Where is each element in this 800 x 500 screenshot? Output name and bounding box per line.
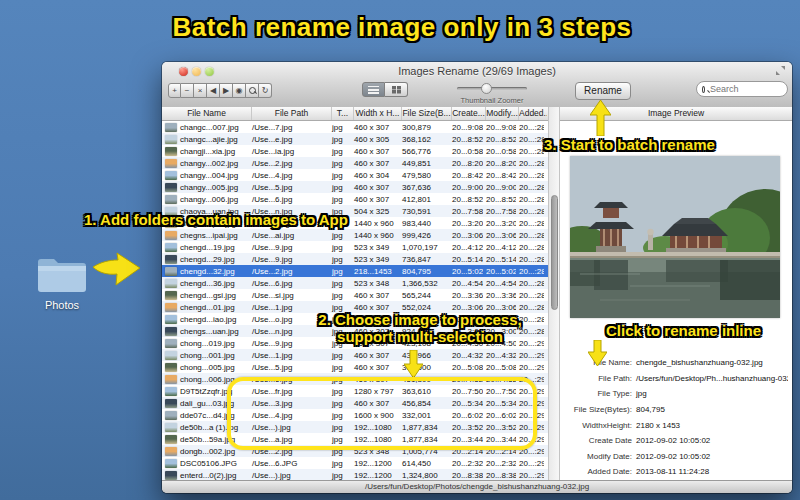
cell-file-type: jpg [329,363,351,372]
cell-dimensions: 460 x 307 [351,195,399,204]
file-thumbnail-icon [165,339,177,348]
cell-file-path: /Use...).jpg [249,471,329,480]
table-row[interactable]: chengd...36.jpg/Use...6.jpgjpg523 x 3481… [162,277,548,289]
cell-added-date: 20...:28 [516,231,544,240]
cell-file-path: /Use...7.jpg [249,123,329,132]
cell-added-date: 20...:28 [516,267,544,276]
file-info: File Name:chengde_bishushanzhuang-032.jp… [560,355,792,480]
table-row[interactable]: changc...007.jpg/Use...7.jpgjpg460 x 307… [162,121,548,133]
cell-file-type: jpg [329,471,351,480]
list-view-button[interactable] [362,82,385,97]
cell-file-path: /Use...ia.jpg [249,147,329,156]
info-label: Modify Date: [560,452,632,461]
cell-file-size: 479,580 [399,171,449,180]
photos-folder[interactable]: Photos [34,252,90,312]
cell-file-type: jpg [329,159,351,168]
cell-file-type: jpg [329,255,351,264]
file-thumbnail-icon [165,327,177,336]
cell-modify-date: 20...4:32 [483,351,516,360]
search-button[interactable] [246,83,259,98]
table-row[interactable]: chengd...19.jpg/Use...9.jpgjpg523 x 3491… [162,241,548,253]
previous-button[interactable]: ◀ [207,83,220,98]
scrollbar-thumb[interactable] [551,195,558,310]
search-field[interactable] [696,81,788,97]
cell-file-type: jpg [329,195,351,204]
file-thumbnail-icon [165,471,177,480]
info-value: jpg [632,389,788,398]
cell-file-size: 566,776 [399,147,449,156]
annotation-step1: 1. Add folders contain images to App [84,211,348,228]
cell-file-path: /Use...si.jpg [249,291,329,300]
list-view-icon [368,86,379,94]
table-row[interactable]: changy...005.jpg/Use...5.jpgjpg460 x 307… [162,181,548,193]
zoom-slider-knob[interactable] [481,83,492,94]
column-header[interactable]: T... [332,107,354,120]
cell-dimensions: 460 x 307 [351,363,399,372]
table-row[interactable]: enterd...0(2).jpg/Use...).jpgjpg192...12… [162,469,548,480]
file-thumbnail-icon [165,183,177,192]
column-header[interactable]: Added... [519,107,547,120]
quicklook-button[interactable]: ◉ [233,83,246,98]
cell-file-name: chengd...gsi.jpg [177,291,249,300]
cell-create-date: 20...8:52 [449,135,483,144]
table-row[interactable]: changy...002.jpg/Use...2.jpgjpg460 x 307… [162,157,548,169]
file-thumbnail-icon [165,399,177,408]
cell-added-date: 20...:28 [516,255,544,264]
delete-button[interactable]: × [194,83,207,98]
info-value[interactable]: chengde_bishushanzhuang-032.jpg [632,358,788,367]
table-row[interactable]: changc...ajie.jpg/Use...e.jpgjpg460 x 30… [162,133,548,145]
table-row[interactable]: chengd...gsi.jpg/Use...si.jpgjpg460 x 30… [162,289,548,301]
cell-file-size: 736,847 [399,255,449,264]
column-header[interactable]: Width x H... [354,107,402,120]
table-row[interactable]: changy...006.jpg/Use...6.jpgjpg460 x 307… [162,193,548,205]
cell-file-type: jpg [329,243,351,252]
cell-added-date: 20...:28 [516,135,544,144]
info-field: WidthxHeight:2180 x 1453 [560,417,792,433]
cell-modify-date: 20...3:36 [483,291,516,300]
cell-added-date: 20...:28 [516,243,544,252]
cell-file-size: 367,636 [399,183,449,192]
file-thumbnail-icon [165,123,177,132]
cell-added-date: 20...:28 [516,171,544,180]
table-row[interactable]: chong...001.jpg/Use...1.jpgjpg460 x 3074… [162,349,548,361]
column-header[interactable]: Modify... [486,107,519,120]
cell-create-date: 20...8:52 [449,195,483,204]
table-row[interactable]: chengd...29.jpg/Use...9.jpgjpg523 x 3497… [162,253,548,265]
column-header[interactable]: File Path [252,107,332,120]
table-row[interactable]: changy...004.jpg/Use...4.jpgjpg460 x 304… [162,169,548,181]
cell-file-size: 368,162 [399,135,449,144]
file-thumbnail-icon [165,303,177,312]
cell-modify-date: 20...8:52 [483,135,516,144]
table-row[interactable]: DSC05106.JPG/Use...6.JPGjpg192...1200614… [162,457,548,469]
cell-file-name: changc...ajie.jpg [177,135,249,144]
grid-view-button[interactable] [385,82,408,97]
table-row[interactable]: changji...xia.jpg/Use...ia.jpgjpg460 x 3… [162,145,548,157]
step1-arrow-icon [93,252,141,286]
cell-file-size: 1,070,197 [399,243,449,252]
cell-file-path: /Use...5.jpg [249,183,329,192]
toolbar-button-group: +−×◀▶◉↻ [168,83,272,98]
file-thumbnail-icon [165,267,177,276]
table-row[interactable]: chong...005.jpg/Use...5.jpgjpg460 x 3073… [162,361,548,373]
remove-button[interactable]: − [181,83,194,98]
cell-file-name: changy...006.jpg [177,195,249,204]
rename-button[interactable]: Rename [575,82,631,100]
vertical-scrollbar[interactable] [548,107,560,480]
cell-dimensions: 523 x 349 [351,255,399,264]
column-header[interactable]: Create... [452,107,486,120]
column-header[interactable]: File Size(B... [402,107,452,120]
add-button[interactable]: + [168,83,181,98]
refresh-button[interactable]: ↻ [259,83,272,98]
table-row[interactable]: chengd...32.jpg/Use...2.jpgjpg218...1453… [162,265,548,277]
table-row[interactable]: chegns...ipai.jpg/Use...ai.jpgjpg1440 x … [162,229,548,241]
cell-file-size: 565,244 [399,291,449,300]
cell-modify-date: 20...8:20 [483,159,516,168]
cell-file-path: /Use...6.jpg [249,279,329,288]
search-input[interactable] [708,83,782,95]
fullscreen-icon[interactable] [775,65,786,76]
zoom-slider[interactable] [457,87,527,90]
next-button[interactable]: ▶ [220,83,233,98]
column-header[interactable]: File Name [162,107,252,120]
cell-create-date: 20...3:36 [449,291,483,300]
file-thumbnail-icon [165,411,177,420]
